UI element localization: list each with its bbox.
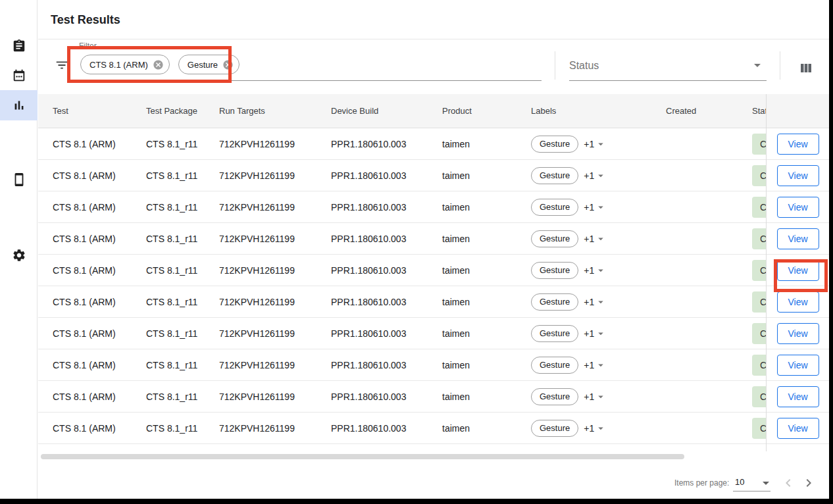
more-labels-expander[interactable]: +1 (584, 328, 607, 340)
status-select[interactable]: Status (569, 60, 599, 72)
cell-test: CTS 8.1 (ARM) (38, 423, 146, 434)
chevron-down-icon (595, 201, 607, 213)
view-button[interactable]: View (777, 134, 819, 155)
table-row: CTS 8.1 (ARM) CTS 8.1_r11 712KPVH1261199… (38, 128, 766, 160)
action-rows: View View View View View View View View … (767, 128, 829, 444)
more-labels-expander[interactable]: +1 (584, 391, 607, 403)
column-header-labels: Labels (531, 106, 666, 116)
cell-test-package: CTS 8.1_r11 (146, 234, 219, 244)
sidebar-item-settings[interactable] (0, 240, 38, 270)
column-header-run-targets: Run Targets (219, 106, 331, 116)
column-header-test: Test (38, 106, 146, 116)
column-header-device-build: Device Build (331, 106, 442, 116)
cell-product: taimen (442, 360, 531, 370)
sidebar-item-test-results[interactable] (0, 90, 38, 120)
more-labels-expander[interactable]: +1 (584, 296, 607, 308)
chevron-right-icon[interactable] (801, 475, 817, 491)
table-row: CTS 8.1 (ARM) CTS 8.1_r11 712KPVH1261199… (38, 255, 766, 286)
view-columns-icon (798, 61, 814, 76)
chevron-down-icon (595, 391, 607, 403)
action-row: View (767, 191, 829, 223)
cell-test: CTS 8.1 (ARM) (38, 391, 146, 402)
label-chip: Gesture (531, 420, 578, 437)
status-chip: Completed (752, 134, 766, 155)
status-chip: Completed (752, 323, 766, 344)
table-rows: CTS 8.1 (ARM) CTS 8.1_r11 712KPVH1261199… (38, 128, 766, 444)
clipboard-icon (12, 39, 26, 53)
gear-icon (12, 248, 26, 263)
view-button[interactable]: View (777, 228, 819, 249)
cell-device-build: PPR1.180610.003 (331, 297, 442, 307)
cell-test-package: CTS 8.1_r11 (146, 423, 219, 434)
letterbox-right (829, 0, 833, 504)
action-row: View (767, 349, 829, 381)
view-columns-button[interactable] (798, 61, 814, 76)
table-scroll-region: Test Test Package Run Targets Device Bui… (38, 94, 766, 451)
label-chip: Gesture (531, 136, 578, 153)
chevron-down-icon (595, 170, 607, 182)
label-chip: Gesture (531, 357, 578, 374)
filter-chip-cts[interactable]: CTS 8.1 (ARM) (80, 55, 170, 74)
cell-test-package: CTS 8.1_r11 (146, 297, 219, 307)
cell-test: CTS 8.1 (ARM) (38, 265, 146, 276)
view-button[interactable]: View (777, 197, 819, 218)
items-per-page-select[interactable]: 10 (735, 477, 744, 487)
more-labels-expander[interactable]: +1 (584, 359, 607, 371)
cell-labels: Gesture +1 (531, 420, 666, 437)
sidebar-item-devices[interactable] (0, 164, 38, 195)
more-labels: +1 (584, 170, 594, 181)
cell-test-package: CTS 8.1_r11 (146, 170, 219, 181)
action-row: View (767, 413, 829, 444)
cell-labels: Gesture +1 (531, 230, 666, 247)
view-button[interactable]: View (777, 291, 819, 313)
sidebar-item-test-plans[interactable] (0, 31, 38, 61)
filter-input-label: Filter (79, 41, 97, 51)
cell-labels: Gesture +1 (531, 199, 666, 216)
calendar-icon (12, 68, 26, 83)
cell-device-build: PPR1.180610.003 (331, 234, 442, 244)
cancel-icon[interactable] (153, 59, 164, 70)
view-button[interactable]: View (777, 323, 819, 344)
sidebar-item-test-runs[interactable] (0, 61, 38, 91)
table-row: CTS 8.1 (ARM) CTS 8.1_r11 712KPVH1261199… (38, 413, 766, 444)
table-row: CTS 8.1 (ARM) CTS 8.1_r11 712KPVH1261199… (38, 381, 766, 413)
action-row: View (767, 223, 829, 255)
horizontal-scrollbar[interactable] (41, 454, 684, 459)
filter-chip-gesture[interactable]: Gesture (178, 55, 240, 74)
status-chip: Completed (752, 418, 766, 439)
more-labels: +1 (584, 423, 594, 434)
chevron-down-icon (595, 265, 607, 276)
view-button[interactable]: View (777, 165, 819, 186)
toolbar-divider (780, 51, 780, 80)
view-button[interactable]: View (777, 355, 819, 376)
cell-labels: Gesture +1 (531, 136, 666, 153)
cell-labels: Gesture +1 (531, 388, 666, 405)
view-button[interactable]: View (777, 418, 819, 439)
filter-chip-label: CTS 8.1 (ARM) (89, 60, 148, 70)
more-labels-expander[interactable]: +1 (584, 138, 607, 150)
chevron-down-icon[interactable] (749, 57, 765, 73)
status-select-underline (569, 80, 767, 81)
more-labels-expander[interactable]: +1 (584, 265, 607, 276)
table-row: CTS 8.1 (ARM) CTS 8.1_r11 712KPVH1261199… (38, 160, 766, 191)
more-labels-expander[interactable]: +1 (584, 170, 607, 182)
cell-product: taimen (442, 328, 531, 339)
more-labels-expander[interactable]: +1 (584, 201, 607, 213)
cell-test-package: CTS 8.1_r11 (146, 202, 219, 213)
cell-device-build: PPR1.180610.003 (331, 423, 442, 434)
chevron-down-icon[interactable] (758, 475, 774, 491)
label-chip: Gesture (531, 230, 578, 247)
status-chip: Completed (752, 386, 766, 407)
cell-product: taimen (442, 423, 531, 434)
more-labels-expander[interactable]: +1 (584, 233, 607, 245)
filter-input-underline[interactable] (78, 80, 542, 81)
view-button[interactable]: View (777, 260, 819, 281)
bar-chart-icon (12, 98, 26, 113)
view-button[interactable]: View (777, 386, 819, 407)
cancel-icon[interactable] (222, 59, 234, 70)
items-per-page-label: Items per page: (674, 478, 729, 488)
more-labels-expander[interactable]: +1 (584, 422, 607, 434)
cell-status: Completed (752, 134, 766, 155)
chevron-down-icon (595, 359, 607, 371)
cell-test-package: CTS 8.1_r11 (146, 265, 219, 276)
